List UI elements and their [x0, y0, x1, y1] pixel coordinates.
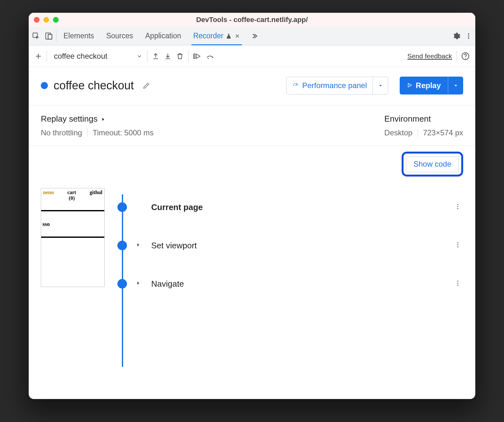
flask-icon: [226, 33, 232, 39]
svg-point-12: [457, 206, 458, 207]
continue-icon[interactable]: [206, 52, 215, 60]
svg-point-6: [468, 37, 469, 39]
recording-status-dot: [41, 82, 48, 89]
code-toolbar: Show code: [29, 146, 475, 177]
environment-label: Environment: [384, 114, 431, 124]
timeline-dot: [117, 202, 127, 212]
tab-recorder[interactable]: Recorder: [192, 27, 241, 45]
devtools-tabbar: Elements Sources Application Recorder: [29, 27, 475, 45]
send-feedback-link[interactable]: Send feedback: [407, 52, 452, 60]
tab-label: Application: [145, 32, 181, 40]
chevron-down-icon: [136, 53, 143, 59]
timeline-dot: [117, 279, 127, 289]
recording-select[interactable]: coffee checkout: [54, 52, 143, 61]
tab-label: Recorder: [193, 32, 224, 40]
steps-area: nenu cart (0) githul sso Current page: [29, 177, 475, 399]
chevron-right-icon: [101, 114, 105, 124]
divider: [56, 30, 56, 42]
kebab-menu-icon[interactable]: [465, 33, 472, 40]
help-icon[interactable]: [461, 52, 470, 60]
svg-rect-7: [194, 54, 195, 58]
replay-button: Replay: [400, 77, 463, 94]
thumb-cart-label: cart: [67, 190, 76, 195]
replay-main[interactable]: Replay: [400, 77, 448, 94]
chevron-right-icon[interactable]: [136, 243, 142, 248]
replay-settings-label: Replay settings: [41, 114, 98, 124]
thumb-cart-count: (0): [69, 195, 75, 201]
traffic-lights: [34, 17, 59, 23]
svg-point-15: [457, 244, 458, 245]
performance-panel-main[interactable]: Performance panel: [286, 77, 373, 94]
step-label: Current page: [151, 202, 203, 212]
step-label: Navigate: [151, 279, 184, 289]
replay-label: Replay: [416, 81, 441, 90]
performance-panel-label: Performance panel: [302, 81, 367, 90]
performance-panel-dropdown[interactable]: [373, 77, 388, 94]
svg-point-5: [468, 35, 469, 36]
show-code-button[interactable]: Show code: [406, 156, 459, 172]
svg-point-13: [457, 208, 458, 209]
svg-point-8: [208, 58, 209, 59]
timeout-value: Timeout: 5000 ms: [93, 128, 153, 137]
step-navigate[interactable]: Navigate: [113, 265, 463, 303]
divider: [87, 129, 87, 137]
export-icon[interactable]: [152, 52, 159, 60]
device-value: Desktop: [384, 128, 418, 137]
tab-sources[interactable]: Sources: [105, 27, 134, 45]
svg-point-17: [457, 281, 458, 282]
recording-header: coffee checkout Performance panel Replay: [29, 67, 475, 106]
timeline: Current page Set viewport: [113, 188, 463, 303]
close-icon[interactable]: [235, 34, 240, 39]
recording-select-label: coffee checkout: [54, 52, 107, 61]
svg-point-11: [457, 204, 458, 205]
replay-settings-heading[interactable]: Replay settings: [41, 114, 154, 124]
gauge-icon: [292, 81, 299, 90]
timeline-dot: [117, 241, 127, 250]
tab-label: Elements: [63, 32, 94, 40]
import-icon[interactable]: [164, 52, 172, 60]
page-thumbnail: nenu cart (0) githul sso: [41, 188, 105, 287]
svg-point-14: [457, 242, 458, 244]
environment-settings: Environment Desktop 723×574 px: [384, 114, 463, 137]
step-over-icon[interactable]: [193, 52, 201, 60]
svg-point-10: [465, 58, 466, 58]
window-zoom-button[interactable]: [53, 17, 59, 23]
svg-rect-2: [48, 34, 52, 39]
svg-point-4: [468, 33, 469, 34]
replay-dropdown[interactable]: [448, 77, 463, 94]
recorder-toolbar: coffee checkout Send feedback: [29, 45, 475, 67]
thumb-github: githul: [90, 190, 102, 201]
devtools-window: DevTools - coffee-cart.netlify.app/ Elem…: [29, 13, 475, 399]
performance-panel-button: Performance panel: [286, 77, 389, 94]
throttling-value: No throttling: [41, 128, 87, 137]
step-more-icon[interactable]: [452, 201, 463, 213]
device-toolbar-icon[interactable]: [45, 32, 53, 40]
settings-summary: Replay settings No throttling Timeout: 5…: [29, 106, 475, 146]
step-label: Set viewport: [151, 241, 197, 251]
step-more-icon[interactable]: [452, 278, 463, 290]
tab-label: Sources: [106, 32, 133, 40]
add-recording-icon[interactable]: [34, 52, 42, 60]
window-minimize-button[interactable]: [43, 17, 49, 23]
thumb-sso: sso: [41, 211, 104, 237]
step-set-viewport[interactable]: Set viewport: [113, 226, 463, 265]
tab-elements[interactable]: Elements: [62, 27, 95, 45]
edit-title-icon[interactable]: [142, 81, 151, 90]
gear-icon[interactable]: [452, 32, 461, 40]
recording-title: coffee checkout: [54, 79, 134, 92]
show-code-highlight: Show code: [402, 152, 463, 177]
step-more-icon[interactable]: [452, 239, 463, 252]
chevron-right-icon[interactable]: [136, 281, 142, 287]
tabs: Elements Sources Application Recorder: [62, 27, 258, 45]
divider: [418, 129, 418, 137]
window-title: DevTools - coffee-cart.netlify.app/: [29, 16, 475, 24]
thumb-menu: nenu: [43, 190, 54, 201]
tab-application[interactable]: Application: [144, 27, 182, 45]
window-close-button[interactable]: [34, 17, 40, 23]
step-current-page[interactable]: Current page: [113, 188, 463, 226]
svg-point-19: [457, 285, 458, 286]
more-tabs-icon[interactable]: [251, 33, 258, 40]
inspect-element-icon[interactable]: [32, 32, 40, 40]
replay-settings: Replay settings No throttling Timeout: 5…: [41, 114, 154, 137]
delete-icon[interactable]: [176, 52, 184, 60]
